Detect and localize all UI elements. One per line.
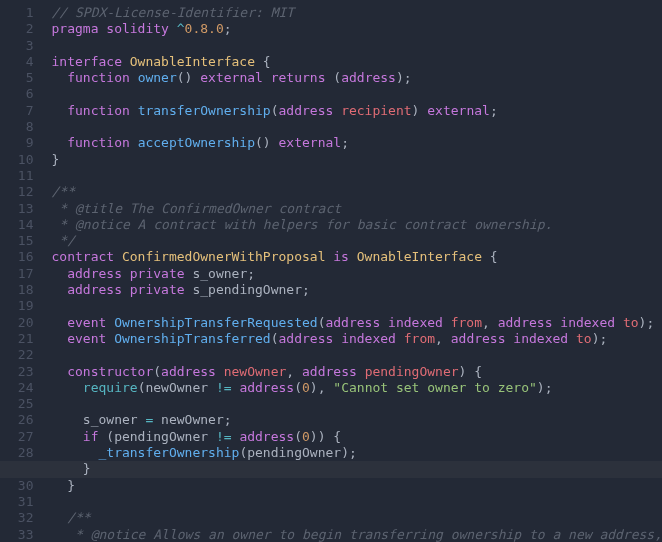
token-comment: /** — [52, 184, 75, 199]
code-line[interactable] — [52, 38, 662, 54]
code-line[interactable] — [52, 168, 662, 184]
line-number: 18 — [0, 282, 34, 298]
token-punc: , — [318, 380, 326, 395]
token-punc: { — [263, 54, 271, 69]
token-type: address — [67, 282, 122, 297]
token-punc: () — [177, 70, 193, 85]
code-line[interactable]: function transferOwnership(address recip… — [52, 103, 662, 119]
code-line[interactable] — [52, 396, 662, 412]
token-keyword: function — [67, 103, 130, 118]
code-line[interactable]: function acceptOwnership() external; — [52, 135, 662, 151]
token-func: OwnershipTransferred — [114, 331, 271, 346]
token-plain — [482, 249, 490, 264]
token-plain — [130, 70, 138, 85]
code-line[interactable]: contract ConfirmedOwnerWithProposal is O… — [52, 249, 662, 265]
token-plain — [122, 282, 130, 297]
token-plain — [106, 315, 114, 330]
code-line[interactable]: * @notice A contract with helpers for ba… — [52, 217, 662, 233]
token-plain — [349, 249, 357, 264]
code-line[interactable]: interface OwnableInterface { — [52, 54, 662, 70]
code-editor[interactable]: 1234567891011121314151617181920212223242… — [0, 0, 662, 542]
code-line[interactable]: * @title The ConfirmedOwner contract — [52, 201, 662, 217]
token-indent — [52, 412, 83, 427]
code-line[interactable]: event OwnershipTransferred(address index… — [52, 331, 662, 347]
code-line[interactable]: constructor(address newOwner, address pe… — [52, 364, 662, 380]
line-number: 33 — [0, 527, 34, 543]
token-plain: s_owner — [192, 266, 247, 281]
token-punc: ; — [224, 412, 232, 427]
token-punc: ; — [599, 331, 607, 346]
token-type: address — [498, 315, 553, 330]
token-plain — [396, 331, 404, 346]
code-line[interactable] — [52, 347, 662, 363]
code-line[interactable] — [52, 298, 662, 314]
line-number: 7 — [0, 103, 34, 119]
token-type: address — [279, 103, 334, 118]
code-line[interactable]: event OwnershipTransferRequested(address… — [52, 315, 662, 331]
token-punc: ; — [490, 103, 498, 118]
token-punc: ; — [349, 445, 357, 460]
token-op: ^ — [177, 21, 185, 36]
line-number: 25 — [0, 396, 34, 412]
token-plain — [568, 331, 576, 346]
code-area[interactable]: // SPDX-License-Identifier: MITpragma so… — [42, 0, 662, 542]
code-line[interactable]: address private s_pendingOwner; — [52, 282, 662, 298]
code-line[interactable]: _transferOwnership(pendingOwner); — [52, 445, 662, 461]
token-plain — [114, 249, 122, 264]
code-line[interactable]: /** — [52, 184, 662, 200]
token-punc: ) — [396, 70, 404, 85]
token-comment: // SPDX-License-Identifier: MIT — [52, 5, 295, 20]
token-keyword: external — [427, 103, 490, 118]
code-line[interactable]: /** — [52, 510, 662, 526]
token-comment: * @notice Allows an owner to begin trans… — [75, 527, 662, 542]
token-keyword: function — [67, 135, 130, 150]
token-keyword: contract — [52, 249, 115, 264]
token-plain — [443, 331, 451, 346]
line-number: 23 — [0, 364, 34, 380]
token-keyword: indexed — [388, 315, 443, 330]
token-indent — [52, 103, 68, 118]
code-line[interactable]: } — [52, 152, 662, 168]
token-keyword: external — [200, 70, 263, 85]
code-line[interactable]: if (pendingOwner != address(0)) { — [52, 429, 662, 445]
token-punc: } — [67, 478, 75, 493]
code-line[interactable]: s_owner = newOwner; — [52, 412, 662, 428]
token-plain — [263, 70, 271, 85]
token-plain — [216, 364, 224, 379]
token-punc: , — [435, 331, 443, 346]
token-ident: OwnableInterface — [357, 249, 482, 264]
token-param: to — [576, 331, 592, 346]
token-punc: ) — [310, 429, 318, 444]
code-line[interactable] — [52, 494, 662, 510]
token-plain — [443, 315, 451, 330]
line-number: 31 — [0, 494, 34, 510]
token-indent — [52, 266, 68, 281]
token-keyword: interface — [52, 54, 122, 69]
line-number: 30 — [0, 478, 34, 494]
token-func: owner — [138, 70, 177, 85]
code-line[interactable]: */ — [52, 233, 662, 249]
token-plain — [294, 364, 302, 379]
line-number: 27 — [0, 429, 34, 445]
token-plain — [130, 103, 138, 118]
token-keyword: indexed — [513, 331, 568, 346]
code-line[interactable]: pragma solidity ^0.8.0; — [52, 21, 662, 37]
token-keyword: returns — [271, 70, 326, 85]
code-line[interactable] — [52, 119, 662, 135]
code-line[interactable]: } — [52, 478, 662, 494]
code-line[interactable]: // SPDX-License-Identifier: MIT — [52, 5, 662, 21]
code-line[interactable]: } — [52, 461, 662, 477]
token-builtin: require — [83, 380, 138, 395]
token-plain: s_pendingOwner — [192, 282, 302, 297]
token-punc: ; — [545, 380, 553, 395]
code-line[interactable]: require(newOwner != address(0), "Cannot … — [52, 380, 662, 396]
code-line[interactable]: address private s_owner; — [52, 266, 662, 282]
token-keyword: if — [83, 429, 99, 444]
code-line[interactable]: function owner() external returns (addre… — [52, 70, 662, 86]
code-line[interactable]: * @notice Allows an owner to begin trans… — [52, 527, 662, 543]
code-line[interactable] — [52, 86, 662, 102]
token-plain — [169, 21, 177, 36]
token-ident: ConfirmedOwnerWithProposal — [122, 249, 326, 264]
token-keyword: event — [67, 331, 106, 346]
line-number: 6 — [0, 86, 34, 102]
